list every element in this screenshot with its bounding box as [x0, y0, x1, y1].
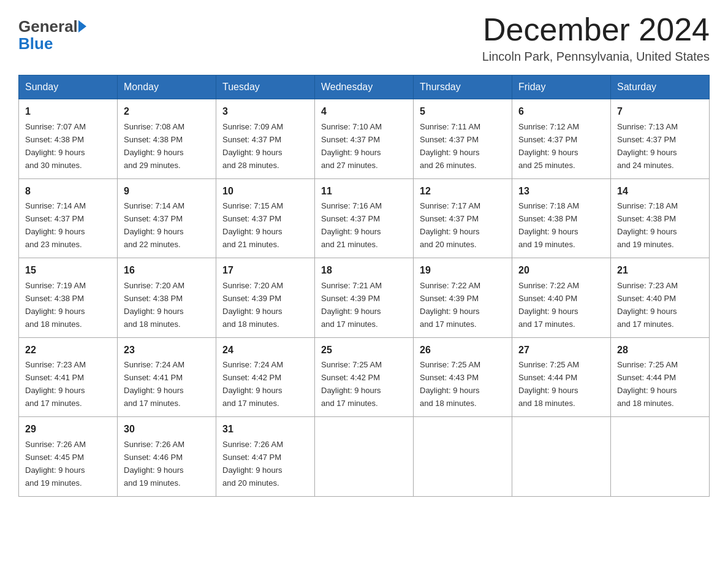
week-row-3: 15Sunrise: 7:19 AMSunset: 4:38 PMDayligh… — [19, 258, 710, 337]
day-info: Sunrise: 7:17 AMSunset: 4:37 PMDaylight:… — [420, 201, 480, 249]
week-row-5: 29Sunrise: 7:26 AMSunset: 4:45 PMDayligh… — [19, 417, 710, 496]
day-number: 15 — [25, 263, 111, 278]
day-number: 16 — [124, 263, 210, 278]
column-header-tuesday: Tuesday — [216, 75, 315, 99]
day-info: Sunrise: 7:18 AMSunset: 4:38 PMDaylight:… — [617, 201, 678, 249]
calendar-table: SundayMondayTuesdayWednesdayThursdayFrid… — [18, 75, 710, 496]
day-number: 11 — [321, 184, 407, 199]
day-number: 17 — [222, 263, 308, 278]
day-info: Sunrise: 7:14 AMSunset: 4:37 PMDaylight:… — [124, 201, 184, 249]
calendar-cell: 30Sunrise: 7:26 AMSunset: 4:46 PMDayligh… — [118, 417, 216, 496]
calendar-cell — [512, 417, 611, 496]
day-number: 26 — [420, 343, 506, 358]
week-row-4: 22Sunrise: 7:23 AMSunset: 4:41 PMDayligh… — [19, 337, 710, 416]
day-number: 2 — [124, 104, 210, 120]
day-number: 27 — [518, 343, 604, 358]
logo-blue-text: Blue — [18, 34, 53, 53]
calendar-cell: 25Sunrise: 7:25 AMSunset: 4:42 PMDayligh… — [315, 337, 414, 416]
day-info: Sunrise: 7:26 AMSunset: 4:45 PMDaylight:… — [25, 440, 86, 488]
day-info: Sunrise: 7:11 AMSunset: 4:37 PMDaylight:… — [420, 122, 480, 170]
calendar-cell: 6Sunrise: 7:12 AMSunset: 4:37 PMDaylight… — [512, 99, 611, 178]
day-info: Sunrise: 7:24 AMSunset: 4:41 PMDaylight:… — [124, 360, 184, 408]
calendar-cell: 29Sunrise: 7:26 AMSunset: 4:45 PMDayligh… — [19, 417, 118, 496]
column-header-saturday: Saturday — [611, 75, 710, 99]
column-header-wednesday: Wednesday — [315, 75, 414, 99]
day-info: Sunrise: 7:23 AMSunset: 4:40 PMDaylight:… — [617, 281, 678, 329]
location-subtitle: Lincoln Park, Pennsylvania, United State… — [482, 50, 710, 64]
day-number: 10 — [222, 184, 308, 199]
logo-triangle-icon — [78, 20, 86, 33]
week-row-1: 1Sunrise: 7:07 AMSunset: 4:38 PMDaylight… — [19, 99, 710, 178]
day-number: 5 — [420, 104, 506, 120]
calendar-cell — [315, 417, 414, 496]
calendar-cell: 1Sunrise: 7:07 AMSunset: 4:38 PMDaylight… — [19, 99, 118, 178]
calendar-cell — [414, 417, 512, 496]
day-number: 3 — [222, 104, 308, 120]
day-number: 30 — [124, 422, 210, 437]
day-number: 6 — [518, 104, 604, 120]
day-info: Sunrise: 7:25 AMSunset: 4:42 PMDaylight:… — [321, 360, 382, 408]
column-header-sunday: Sunday — [19, 75, 118, 99]
column-header-thursday: Thursday — [414, 75, 512, 99]
day-number: 4 — [321, 104, 407, 120]
day-number: 29 — [25, 422, 111, 437]
day-number: 24 — [222, 343, 308, 358]
logo-general-text: General — [18, 18, 78, 34]
day-number: 31 — [222, 422, 308, 437]
calendar-cell: 18Sunrise: 7:21 AMSunset: 4:39 PMDayligh… — [315, 258, 414, 337]
day-number: 21 — [617, 263, 703, 278]
calendar-cell: 2Sunrise: 7:08 AMSunset: 4:38 PMDaylight… — [118, 99, 216, 178]
day-info: Sunrise: 7:25 AMSunset: 4:43 PMDaylight:… — [420, 360, 480, 408]
day-number: 12 — [420, 184, 506, 199]
day-info: Sunrise: 7:15 AMSunset: 4:37 PMDaylight:… — [222, 201, 283, 249]
day-number: 23 — [124, 343, 210, 358]
day-info: Sunrise: 7:19 AMSunset: 4:38 PMDaylight:… — [25, 281, 86, 329]
calendar-cell: 21Sunrise: 7:23 AMSunset: 4:40 PMDayligh… — [611, 258, 710, 337]
day-info: Sunrise: 7:26 AMSunset: 4:46 PMDaylight:… — [124, 440, 184, 488]
day-info: Sunrise: 7:21 AMSunset: 4:39 PMDaylight:… — [321, 281, 382, 329]
day-number: 1 — [25, 104, 111, 120]
day-number: 19 — [420, 263, 506, 278]
calendar-cell: 4Sunrise: 7:10 AMSunset: 4:37 PMDaylight… — [315, 99, 414, 178]
calendar-cell: 9Sunrise: 7:14 AMSunset: 4:37 PMDaylight… — [118, 178, 216, 258]
day-info: Sunrise: 7:09 AMSunset: 4:37 PMDaylight:… — [222, 122, 283, 170]
calendar-cell: 19Sunrise: 7:22 AMSunset: 4:39 PMDayligh… — [414, 258, 512, 337]
calendar-cell: 23Sunrise: 7:24 AMSunset: 4:41 PMDayligh… — [118, 337, 216, 416]
day-info: Sunrise: 7:22 AMSunset: 4:39 PMDaylight:… — [420, 281, 480, 329]
calendar-cell: 11Sunrise: 7:16 AMSunset: 4:37 PMDayligh… — [315, 178, 414, 258]
calendar-cell: 14Sunrise: 7:18 AMSunset: 4:38 PMDayligh… — [611, 178, 710, 258]
day-info: Sunrise: 7:08 AMSunset: 4:38 PMDaylight:… — [124, 122, 184, 170]
calendar-cell: 31Sunrise: 7:26 AMSunset: 4:47 PMDayligh… — [216, 417, 315, 496]
day-info: Sunrise: 7:16 AMSunset: 4:37 PMDaylight:… — [321, 201, 382, 249]
calendar-cell: 15Sunrise: 7:19 AMSunset: 4:38 PMDayligh… — [19, 258, 118, 337]
day-number: 25 — [321, 343, 407, 358]
column-header-friday: Friday — [512, 75, 611, 99]
logo-area: General Blue — [18, 12, 86, 53]
month-title: December 2024 — [482, 12, 710, 47]
day-info: Sunrise: 7:20 AMSunset: 4:38 PMDaylight:… — [124, 281, 184, 329]
calendar-cell: 28Sunrise: 7:25 AMSunset: 4:44 PMDayligh… — [611, 337, 710, 416]
calendar-cell: 13Sunrise: 7:18 AMSunset: 4:38 PMDayligh… — [512, 178, 611, 258]
day-number: 18 — [321, 263, 407, 278]
calendar-cell: 5Sunrise: 7:11 AMSunset: 4:37 PMDaylight… — [414, 99, 512, 178]
day-info: Sunrise: 7:25 AMSunset: 4:44 PMDaylight:… — [518, 360, 579, 408]
calendar-cell: 16Sunrise: 7:20 AMSunset: 4:38 PMDayligh… — [118, 258, 216, 337]
day-number: 14 — [617, 184, 703, 199]
day-info: Sunrise: 7:18 AMSunset: 4:38 PMDaylight:… — [518, 201, 579, 249]
day-info: Sunrise: 7:07 AMSunset: 4:38 PMDaylight:… — [25, 122, 86, 170]
day-number: 9 — [124, 184, 210, 199]
day-number: 7 — [617, 104, 703, 120]
title-area: December 2024 Lincoln Park, Pennsylvania… — [482, 12, 710, 64]
calendar-cell: 3Sunrise: 7:09 AMSunset: 4:37 PMDaylight… — [216, 99, 315, 178]
calendar-cell: 20Sunrise: 7:22 AMSunset: 4:40 PMDayligh… — [512, 258, 611, 337]
day-info: Sunrise: 7:24 AMSunset: 4:42 PMDaylight:… — [222, 360, 283, 408]
day-info: Sunrise: 7:22 AMSunset: 4:40 PMDaylight:… — [518, 281, 579, 329]
week-row-2: 8Sunrise: 7:14 AMSunset: 4:37 PMDaylight… — [19, 178, 710, 258]
day-info: Sunrise: 7:23 AMSunset: 4:41 PMDaylight:… — [25, 360, 86, 408]
day-info: Sunrise: 7:10 AMSunset: 4:37 PMDaylight:… — [321, 122, 382, 170]
day-info: Sunrise: 7:20 AMSunset: 4:39 PMDaylight:… — [222, 281, 283, 329]
calendar-cell — [611, 417, 710, 496]
day-info: Sunrise: 7:25 AMSunset: 4:44 PMDaylight:… — [617, 360, 678, 408]
page-header: General Blue December 2024 Lincoln Park,… — [18, 12, 710, 64]
column-header-monday: Monday — [118, 75, 216, 99]
